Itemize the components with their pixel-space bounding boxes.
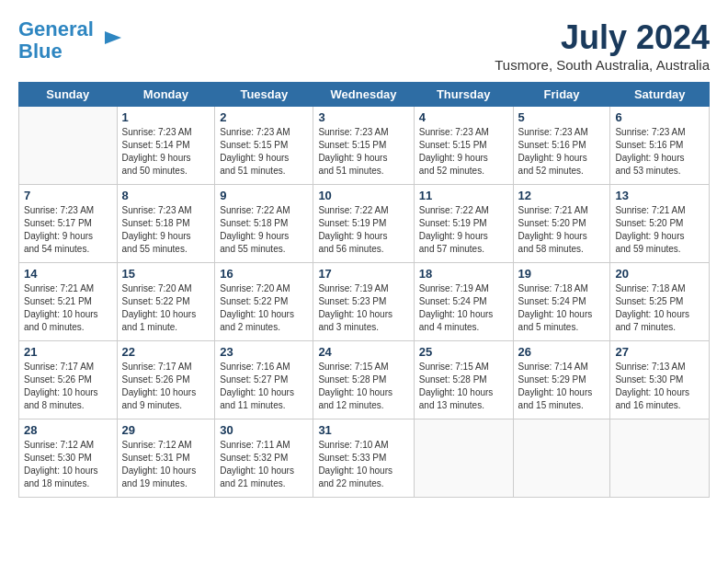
calendar-cell: 8Sunrise: 7:23 AM Sunset: 5:18 PM Daylig…	[117, 185, 215, 263]
date-number: 10	[318, 189, 408, 202]
cell-content: Sunrise: 7:13 AM Sunset: 5:30 PM Dayligh…	[615, 361, 704, 412]
date-number: 7	[24, 189, 112, 202]
date-number: 17	[318, 267, 408, 281]
calendar-cell	[414, 419, 513, 498]
calendar-cell: 21Sunrise: 7:17 AM Sunset: 5:26 PM Dayli…	[19, 341, 118, 419]
date-number: 3	[318, 110, 408, 124]
cell-content: Sunrise: 7:22 AM Sunset: 5:18 PM Dayligh…	[220, 204, 308, 256]
title-block: July 2024 Tusmore, South Australia, Aust…	[495, 18, 710, 73]
date-number: 28	[24, 423, 112, 437]
calendar-cell: 29Sunrise: 7:12 AM Sunset: 5:31 PM Dayli…	[117, 419, 215, 498]
date-number: 11	[419, 189, 508, 202]
cell-content: Sunrise: 7:15 AM Sunset: 5:28 PM Dayligh…	[419, 361, 508, 412]
cell-content: Sunrise: 7:21 AM Sunset: 5:21 PM Dayligh…	[24, 282, 112, 334]
cell-content: Sunrise: 7:23 AM Sunset: 5:15 PM Dayligh…	[318, 126, 408, 178]
calendar-cell: 1Sunrise: 7:23 AM Sunset: 5:14 PM Daylig…	[117, 107, 215, 185]
weekday-header-tuesday: Tuesday	[215, 83, 313, 107]
week-row-2: 7Sunrise: 7:23 AM Sunset: 5:17 PM Daylig…	[19, 185, 710, 263]
calendar-cell: 28Sunrise: 7:12 AM Sunset: 5:30 PM Dayli…	[19, 419, 118, 498]
cell-content: Sunrise: 7:11 AM Sunset: 5:32 PM Dayligh…	[220, 439, 308, 490]
calendar-cell	[19, 107, 118, 185]
date-number: 13	[615, 189, 704, 202]
cell-content: Sunrise: 7:23 AM Sunset: 5:18 PM Dayligh…	[122, 204, 210, 256]
week-row-5: 28Sunrise: 7:12 AM Sunset: 5:30 PM Dayli…	[19, 419, 710, 498]
date-number: 5	[518, 110, 606, 124]
date-number: 30	[220, 423, 308, 437]
cell-content: Sunrise: 7:12 AM Sunset: 5:31 PM Dayligh…	[122, 439, 210, 490]
calendar-cell: 20Sunrise: 7:18 AM Sunset: 5:25 PM Dayli…	[610, 263, 710, 341]
cell-content: Sunrise: 7:23 AM Sunset: 5:14 PM Dayligh…	[122, 126, 210, 178]
date-number: 20	[615, 267, 704, 281]
cell-content: Sunrise: 7:12 AM Sunset: 5:30 PM Dayligh…	[24, 439, 112, 490]
calendar-cell: 24Sunrise: 7:15 AM Sunset: 5:28 PM Dayli…	[313, 341, 414, 419]
calendar-cell: 5Sunrise: 7:23 AM Sunset: 5:16 PM Daylig…	[513, 107, 610, 185]
calendar-cell: 13Sunrise: 7:21 AM Sunset: 5:20 PM Dayli…	[610, 185, 710, 263]
cell-content: Sunrise: 7:21 AM Sunset: 5:20 PM Dayligh…	[518, 204, 606, 256]
date-number: 8	[122, 189, 210, 202]
calendar-cell: 9Sunrise: 7:22 AM Sunset: 5:18 PM Daylig…	[215, 185, 313, 263]
calendar-cell: 10Sunrise: 7:22 AM Sunset: 5:19 PM Dayli…	[313, 185, 414, 263]
date-number: 15	[122, 267, 210, 281]
calendar-cell: 2Sunrise: 7:23 AM Sunset: 5:15 PM Daylig…	[215, 107, 313, 185]
calendar-cell: 18Sunrise: 7:19 AM Sunset: 5:24 PM Dayli…	[414, 263, 513, 341]
cell-content: Sunrise: 7:19 AM Sunset: 5:24 PM Dayligh…	[419, 282, 508, 334]
cell-content: Sunrise: 7:18 AM Sunset: 5:24 PM Dayligh…	[518, 282, 606, 334]
svg-marker-0	[105, 31, 121, 44]
calendar-cell: 7Sunrise: 7:23 AM Sunset: 5:17 PM Daylig…	[19, 185, 118, 263]
cell-content: Sunrise: 7:17 AM Sunset: 5:26 PM Dayligh…	[24, 361, 112, 412]
week-row-3: 14Sunrise: 7:21 AM Sunset: 5:21 PM Dayli…	[19, 263, 710, 341]
cell-content: Sunrise: 7:17 AM Sunset: 5:26 PM Dayligh…	[122, 361, 210, 412]
cell-content: Sunrise: 7:10 AM Sunset: 5:33 PM Dayligh…	[318, 439, 408, 490]
calendar-cell: 31Sunrise: 7:10 AM Sunset: 5:33 PM Dayli…	[313, 419, 414, 498]
calendar-cell: 4Sunrise: 7:23 AM Sunset: 5:15 PM Daylig…	[414, 107, 513, 185]
date-number: 27	[615, 345, 704, 359]
date-number: 12	[518, 189, 606, 202]
calendar-cell: 17Sunrise: 7:19 AM Sunset: 5:23 PM Dayli…	[313, 263, 414, 341]
calendar-cell: 26Sunrise: 7:14 AM Sunset: 5:29 PM Dayli…	[513, 341, 610, 419]
calendar-cell: 22Sunrise: 7:17 AM Sunset: 5:26 PM Dayli…	[117, 341, 215, 419]
cell-content: Sunrise: 7:23 AM Sunset: 5:15 PM Dayligh…	[419, 126, 508, 178]
cell-content: Sunrise: 7:23 AM Sunset: 5:16 PM Dayligh…	[615, 126, 704, 178]
cell-content: Sunrise: 7:23 AM Sunset: 5:15 PM Dayligh…	[220, 126, 308, 178]
date-number: 9	[220, 189, 308, 202]
week-row-4: 21Sunrise: 7:17 AM Sunset: 5:26 PM Dayli…	[19, 341, 710, 419]
month-title: July 2024	[495, 18, 710, 57]
date-number: 22	[122, 345, 210, 359]
calendar-cell: 12Sunrise: 7:21 AM Sunset: 5:20 PM Dayli…	[513, 185, 610, 263]
cell-content: Sunrise: 7:14 AM Sunset: 5:29 PM Dayligh…	[518, 361, 606, 412]
cell-content: Sunrise: 7:19 AM Sunset: 5:23 PM Dayligh…	[318, 282, 408, 334]
date-number: 2	[220, 110, 308, 124]
page-header: GeneralBlue July 2024 Tusmore, South Aus…	[18, 18, 710, 73]
calendar-cell: 25Sunrise: 7:15 AM Sunset: 5:28 PM Dayli…	[414, 341, 513, 419]
location-title: Tusmore, South Australia, Australia	[495, 57, 710, 73]
cell-content: Sunrise: 7:20 AM Sunset: 5:22 PM Dayligh…	[122, 282, 210, 334]
cell-content: Sunrise: 7:18 AM Sunset: 5:25 PM Dayligh…	[615, 282, 704, 334]
date-number: 21	[24, 345, 112, 359]
weekday-header-wednesday: Wednesday	[313, 83, 414, 107]
date-number: 1	[122, 110, 210, 124]
calendar-cell	[513, 419, 610, 498]
date-number: 19	[518, 267, 606, 281]
date-number: 29	[122, 423, 210, 437]
weekday-header-thursday: Thursday	[414, 83, 513, 107]
cell-content: Sunrise: 7:16 AM Sunset: 5:27 PM Dayligh…	[220, 361, 308, 412]
logo-text: GeneralBlue	[18, 18, 94, 63]
weekday-header-saturday: Saturday	[610, 83, 710, 107]
weekday-header-friday: Friday	[513, 83, 610, 107]
date-number: 14	[24, 267, 112, 281]
week-row-1: 1Sunrise: 7:23 AM Sunset: 5:14 PM Daylig…	[19, 107, 710, 185]
date-number: 4	[419, 110, 508, 124]
calendar-cell: 23Sunrise: 7:16 AM Sunset: 5:27 PM Dayli…	[215, 341, 313, 419]
logo-icon	[96, 27, 123, 54]
cell-content: Sunrise: 7:15 AM Sunset: 5:28 PM Dayligh…	[318, 361, 408, 412]
date-number: 6	[615, 110, 704, 124]
date-number: 25	[419, 345, 508, 359]
calendar-cell: 27Sunrise: 7:13 AM Sunset: 5:30 PM Dayli…	[610, 341, 710, 419]
cell-content: Sunrise: 7:20 AM Sunset: 5:22 PM Dayligh…	[220, 282, 308, 334]
date-number: 23	[220, 345, 308, 359]
date-number: 24	[318, 345, 408, 359]
calendar-cell: 6Sunrise: 7:23 AM Sunset: 5:16 PM Daylig…	[610, 107, 710, 185]
calendar-table: SundayMondayTuesdayWednesdayThursdayFrid…	[18, 82, 710, 498]
date-number: 16	[220, 267, 308, 281]
calendar-cell: 16Sunrise: 7:20 AM Sunset: 5:22 PM Dayli…	[215, 263, 313, 341]
